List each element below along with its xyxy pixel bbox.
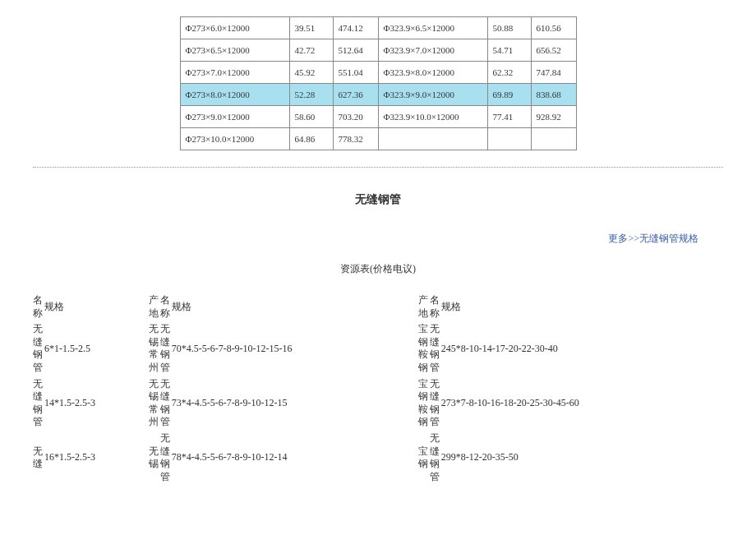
table-cell: 656.52 [531,39,576,62]
table-cell: Φ273×6.0×12000 [180,17,289,39]
header-origin-2: 产 地 [418,293,430,321]
section-title: 无缝钢管 [33,192,723,207]
table-cell: Φ273×10.0×12000 [180,128,289,150]
resource-cell: 无 缝 钢 管 [430,321,441,376]
resource-cell: 宝 钢 [418,431,430,485]
table-cell: 551.04 [333,62,378,84]
table-cell: 512.64 [333,39,378,62]
header-name-2: 名 称 [160,293,172,321]
resource-cell: 无 缝 钢 管 [430,376,441,431]
resource-cell: 78*4-4.5-5-6-7-8-9-10-12-14 [172,431,418,485]
resource-cell: 无 缝 [33,431,44,485]
resource-title: 资源表(价格电议) [33,262,723,276]
resource-cell: 无 缝 钢 管 [160,376,172,431]
table-row: Φ273×9.0×1200058.60703.20Φ323.9×10.0×120… [180,106,576,128]
table-cell: Φ323.9×7.0×12000 [378,39,487,62]
table-cell: 778.32 [333,128,378,150]
header-spec-2: 规格 [172,293,418,321]
spec-table: Φ273×6.0×1200039.51474.12Φ323.9×6.5×1200… [180,16,577,150]
header-name-3: 名 称 [430,293,441,321]
resource-cell: 245*8-10-14-17-20-22-30-40 [441,321,723,376]
table-cell [531,128,576,150]
table-row: Φ273×6.0×1200039.51474.12Φ323.9×6.5×1200… [180,17,576,39]
table-cell: 474.12 [333,17,378,39]
resource-cell: 无 锡 常 州 [149,321,160,376]
table-cell: 42.72 [289,39,333,62]
resource-cell: 273*7-8-10-16-18-20-25-30-45-60 [441,376,723,431]
resource-row: 无 缝 钢 管14*1.5-2.5-3无 锡 常 州无 缝 钢 管73*4-4.… [33,376,723,431]
resource-cell: 无 缝 钢 管 [160,431,172,485]
resource-cell: 73*4-4.5-5-6-7-8-9-10-12-15 [172,376,418,431]
resource-cell: 无 锡 常 州 [149,376,160,431]
resource-cell: 无 缝 钢 管 [160,321,172,376]
table-cell: 52.28 [289,84,333,106]
table-cell [378,128,487,150]
table-row: Φ273×10.0×1200064.86778.32 [180,128,576,150]
resource-cell: 无 缝 钢 管 [33,376,44,431]
table-cell: 610.56 [531,17,576,39]
header-name-1: 名 称 [33,293,44,321]
table-row: Φ273×6.5×1200042.72512.64Φ323.9×7.0×1200… [180,39,576,62]
table-cell: 58.60 [289,106,333,128]
resource-row: 无 缝 钢 管6*1-1.5-2.5无 锡 常 州无 缝 钢 管70*4.5-5… [33,321,723,376]
table-row: Φ273×7.0×1200045.92551.04Φ323.9×8.0×1200… [180,62,576,84]
table-cell: 838.68 [531,84,576,106]
resource-cell: 无 缝 钢 管 [430,431,441,485]
table-cell: Φ323.9×10.0×12000 [378,106,487,128]
table-cell: Φ273×6.5×12000 [180,39,289,62]
resource-table: 名 称 规格 产 地 名 称 规格 产 地 名 称 规格 无 缝 钢 管6*1-… [33,293,723,485]
table-cell: 77.41 [487,106,531,128]
table-cell [487,128,531,150]
table-cell: 69.89 [487,84,531,106]
table-row: Φ273×8.0×1200052.28627.36Φ323.9×9.0×1200… [180,84,576,106]
resource-row: 无 缝16*1.5-2.5-3无 锡无 缝 钢 管78*4-4.5-5-6-7-… [33,431,723,485]
table-cell: 627.36 [333,84,378,106]
table-cell: 747.84 [531,62,576,84]
table-cell: 703.20 [333,106,378,128]
table-cell: 54.71 [487,39,531,62]
table-cell: 50.88 [487,17,531,39]
resource-cell: 299*8-12-20-35-50 [441,431,723,485]
resource-cell: 无 锡 [149,431,160,485]
resource-cell: 宝 钢 鞍 钢 [418,376,430,431]
table-cell: 62.32 [487,62,531,84]
table-cell: Φ323.9×8.0×12000 [378,62,487,84]
resource-cell: 6*1-1.5-2.5 [44,321,149,376]
divider [33,167,723,168]
table-cell: Φ273×9.0×12000 [180,106,289,128]
table-cell: Φ323.9×9.0×12000 [378,84,487,106]
resource-cell: 宝 钢 鞍 钢 [418,321,430,376]
resource-cell: 14*1.5-2.5-3 [44,376,149,431]
header-spec-3: 规格 [441,293,723,321]
resource-header-row: 名 称 规格 产 地 名 称 规格 产 地 名 称 规格 [33,293,723,321]
top-table-container: Φ273×6.0×1200039.51474.12Φ323.9×6.5×1200… [33,16,723,150]
resource-cell: 70*4.5-5-6-7-8-9-10-12-15-16 [172,321,418,376]
header-origin-1: 产 地 [149,293,160,321]
table-cell: Φ273×8.0×12000 [180,84,289,106]
more-link[interactable]: 更多>>无缝钢管规格 [33,232,723,246]
table-cell: Φ323.9×6.5×12000 [378,17,487,39]
table-cell: 928.92 [531,106,576,128]
resource-cell: 16*1.5-2.5-3 [44,431,149,485]
header-spec-1: 规格 [44,293,149,321]
table-cell: 64.86 [289,128,333,150]
table-cell: 39.51 [289,17,333,39]
table-cell: 45.92 [289,62,333,84]
resource-cell: 无 缝 钢 管 [33,321,44,376]
table-cell: Φ273×7.0×12000 [180,62,289,84]
